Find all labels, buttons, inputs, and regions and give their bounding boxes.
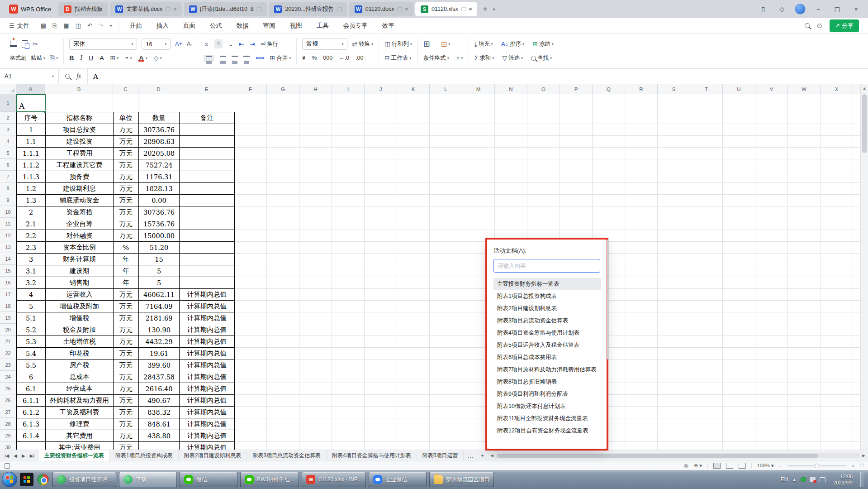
cell-name[interactable]: 工程建设其它费 <box>46 159 114 171</box>
font-name-select[interactable]: 宋体▾ <box>69 38 137 50</box>
mobile-sync-icon[interactable]: ▯ <box>757 3 769 15</box>
sheet-tab[interactable]: 附表5项目运营 <box>417 450 464 461</box>
cell-qty[interactable]: 0.00 <box>139 195 180 206</box>
column-header[interactable]: S <box>658 84 690 94</box>
cell-name[interactable]: 对外融资 <box>46 230 114 242</box>
popup-list-item[interactable]: 附表4项目资金筹措与使用计划表 <box>493 327 601 339</box>
cell-qty[interactable]: 490.67 <box>139 395 180 407</box>
cell-note[interactable]: 计算期内总值 <box>180 336 235 348</box>
row-header[interactable]: 24 <box>0 371 16 383</box>
sheet-tab[interactable]: 附表3项目总流动资金估算表 <box>247 450 327 461</box>
row-header[interactable]: 3 <box>0 124 16 135</box>
cell-name[interactable]: 建设投资 <box>46 136 114 148</box>
strikethrough-button[interactable]: A <box>100 54 104 62</box>
cell-name[interactable]: 运营收入 <box>46 289 114 301</box>
new-tab-button[interactable]: + <box>479 3 491 15</box>
increase-indent-button[interactable]: ⇥ <box>250 40 255 48</box>
cell-unit[interactable]: 万元 <box>114 136 139 148</box>
column-header[interactable]: J <box>365 84 397 94</box>
cell-name[interactable]: 其它费用 <box>46 430 114 442</box>
cell-idx[interactable]: 1.2 <box>17 183 46 195</box>
ribbon-tab[interactable]: 页面 <box>177 19 202 33</box>
cell-note[interactable] <box>180 277 235 289</box>
cell-qty[interactable]: 848.61 <box>139 418 180 430</box>
fill-button[interactable]: ⤓填充▾ <box>474 40 493 48</box>
popup-list-item[interactable]: 附表6项目总成本费用表 <box>493 351 601 364</box>
row-header[interactable]: 17 <box>0 288 16 300</box>
selected-cell-a1[interactable]: A <box>16 94 46 112</box>
redo-icon[interactable]: ↷ <box>99 22 104 29</box>
row-header[interactable]: 4 <box>0 135 16 147</box>
row-header[interactable]: 2 <box>0 112 16 124</box>
prev-sheet-icon[interactable]: ◀ <box>14 453 17 458</box>
sheet-more-button[interactable]: … <box>464 450 477 461</box>
cell-idx[interactable]: 3.1 <box>17 265 46 277</box>
cell-note[interactable]: 计算期内总值 <box>180 312 235 324</box>
cell-idx[interactable]: 1.3 <box>17 195 46 206</box>
row-header[interactable]: 22 <box>0 347 16 359</box>
cell-name[interactable]: 经营成本 <box>46 383 114 395</box>
cell-qty[interactable] <box>139 442 180 450</box>
cell-idx[interactable]: 4 <box>17 289 46 301</box>
number-format-select[interactable]: 常规▾ <box>302 38 347 50</box>
ribbon-tab[interactable]: 会员专享 <box>337 19 374 33</box>
tab-document-1[interactable]: W 文案草稿.docx 🖵 <box>110 2 182 16</box>
column-header[interactable]: T <box>690 84 723 94</box>
save-icon[interactable]: ▤ <box>41 22 46 29</box>
browser-launcher[interactable] <box>36 473 50 486</box>
ribbon-tab[interactable]: 视图 <box>284 19 308 33</box>
zoom-level[interactable]: 100% ▾ <box>757 463 774 469</box>
cell-style-button[interactable]: ⊡▾ <box>441 40 450 48</box>
cell-idx[interactable]: 5.5 <box>17 360 46 371</box>
share-button[interactable]: ↗ 分享 <box>830 19 859 32</box>
antivirus-tray-icon[interactable] <box>801 477 806 482</box>
cell-note[interactable] <box>180 242 235 254</box>
horizontal-scrollbar[interactable]: ◀ ▶ <box>488 450 868 461</box>
bold-button[interactable]: B <box>69 54 74 62</box>
cell-name[interactable]: 铺底流动资金 <box>46 195 114 206</box>
cell-name[interactable]: 建设期利息 <box>46 183 114 195</box>
cell-name[interactable]: 企业自筹 <box>46 218 114 230</box>
underline-button[interactable]: U <box>89 54 93 62</box>
cell-qty[interactable]: 2616.40 <box>139 383 180 395</box>
row-header[interactable]: 16 <box>0 277 16 288</box>
formula-search-icon[interactable] <box>65 74 70 79</box>
popup-search-input[interactable] <box>493 259 600 273</box>
copy-button[interactable]: ⎘▾ <box>50 54 58 62</box>
cell-qty[interactable]: 4432.29 <box>139 336 180 348</box>
align-left-button[interactable] <box>204 55 214 62</box>
quick-access-dropdown[interactable]: ▾ <box>110 23 112 28</box>
add-sheet-button[interactable]: + <box>477 450 488 461</box>
row-header[interactable]: 10 <box>0 206 16 218</box>
zoom-in-button[interactable]: + <box>852 463 854 469</box>
row-header[interactable]: 11 <box>0 218 16 230</box>
fill-color-button[interactable]: ◓▾ <box>125 54 132 62</box>
undo-icon[interactable]: ↶ <box>87 22 92 29</box>
cell-qty[interactable]: 20205.08 <box>139 148 180 159</box>
cell-name[interactable]: 销售期 <box>46 277 114 289</box>
find-button[interactable]: 查找▾ <box>531 54 552 62</box>
column-header[interactable]: D <box>138 84 179 94</box>
popup-list-item[interactable]: 附表2项目建设期利息表 <box>493 302 601 315</box>
header-cell-unit[interactable]: 单位 <box>114 112 139 124</box>
cell-note[interactable]: 计算期内总值 <box>180 360 235 371</box>
cell-unit[interactable]: 万元 <box>114 395 139 407</box>
user-avatar[interactable] <box>795 4 806 14</box>
cell-qty[interactable]: 15 <box>139 254 180 265</box>
clock[interactable]: 12:06 2023/9/9 <box>830 473 856 486</box>
network-icon[interactable] <box>820 477 825 482</box>
cell-name[interactable]: 修理费 <box>46 418 114 430</box>
cell-qty[interactable]: 15000.00 <box>139 230 180 242</box>
column-header[interactable]: W <box>788 84 821 94</box>
cell-unit[interactable]: 万元 <box>114 183 139 195</box>
column-header[interactable]: B <box>45 84 113 94</box>
fx-icon[interactable]: fx <box>76 73 81 80</box>
header-cell-idx[interactable]: 序号 <box>17 112 46 124</box>
page-layout-view-icon[interactable] <box>726 463 733 469</box>
cell-unit[interactable]: 年 <box>114 254 139 265</box>
tab-document-4[interactable]: W 01120.docx 🖵 <box>349 2 413 16</box>
accessibility-icon[interactable]: ◎ <box>684 463 688 469</box>
borders-button[interactable]: ⊞▾ <box>110 54 119 62</box>
cell-idx[interactable]: 6.1 <box>17 383 46 395</box>
name-box[interactable]: A1 ▾ <box>0 69 59 84</box>
